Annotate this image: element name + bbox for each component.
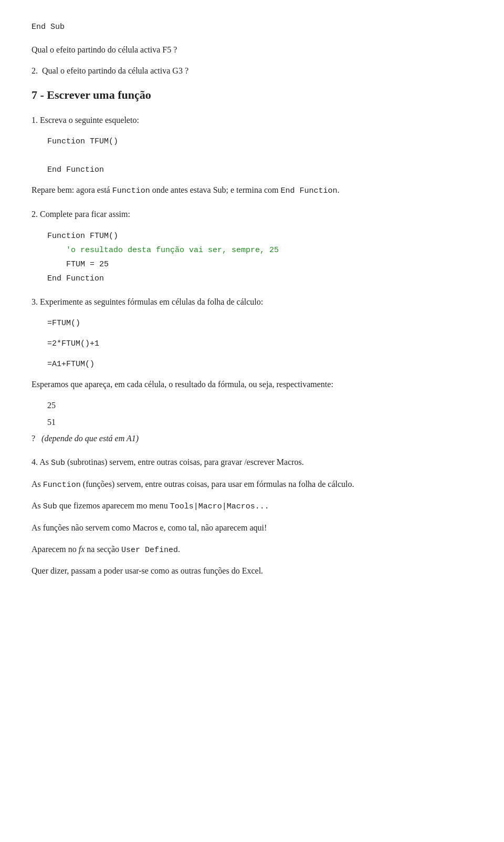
result3: ? (depende do que está em A1) bbox=[32, 432, 472, 445]
para4: As funções não servem como Macros e, com… bbox=[32, 521, 472, 535]
section7-title: 7 - Escrever uma função bbox=[32, 86, 472, 104]
item2-intro: 2. Complete para ficar assim: bbox=[32, 207, 472, 221]
para6: Quer dizer, passam a poder usar-se como … bbox=[32, 564, 472, 578]
formula3: =A1+FTUM() bbox=[47, 357, 472, 371]
para2: As Function (funções) servem, entre outr… bbox=[32, 477, 472, 492]
question2: 2. Qual o efeito partindo da célula acti… bbox=[32, 64, 472, 78]
question2-text: Qual o efeito partindo da célula activa … bbox=[42, 66, 188, 75]
skeleton-code: Function TFUM() End Function bbox=[47, 134, 472, 177]
top-code: End Sub bbox=[32, 21, 472, 34]
question2-number: 2. bbox=[32, 66, 38, 75]
repare-text: Repare bem: agora está Function onde ant… bbox=[32, 183, 472, 198]
result1: 25 bbox=[47, 399, 472, 412]
formula2: =2*FTUM()+1 bbox=[47, 337, 472, 351]
item4-text: 4. As Sub (subrotinas) servem, entre out… bbox=[32, 455, 472, 470]
page-content: End Sub Qual o efeito partindo do célula… bbox=[32, 21, 472, 578]
complete-code: Function FTUM() 'o resultado desta funçã… bbox=[47, 229, 472, 286]
para5: Aparecem no fx na secção User Defined. bbox=[32, 543, 472, 557]
question1: Qual o efeito partindo do célula activa … bbox=[32, 43, 472, 57]
para3: As Sub que fizemos aparecem mo menu Tool… bbox=[32, 499, 472, 514]
result2: 51 bbox=[47, 415, 472, 429]
formula1: =FTUM() bbox=[47, 316, 472, 330]
esperamos-text: Esperamos que apareça, em cada célula, o… bbox=[32, 378, 472, 391]
item2: 2. Complete para ficar assim: Function F… bbox=[32, 207, 472, 285]
item3-intro: 3. Experimente as seguintes fórmulas em … bbox=[32, 295, 472, 309]
item3: 3. Experimente as seguintes fórmulas em … bbox=[32, 295, 472, 446]
item1: 1. Escreva o seguinte esqueleto: Functio… bbox=[32, 113, 472, 198]
item1-intro: 1. Escreva o seguinte esqueleto: bbox=[32, 113, 472, 127]
item4: 4. As Sub (subrotinas) servem, entre out… bbox=[32, 455, 472, 578]
